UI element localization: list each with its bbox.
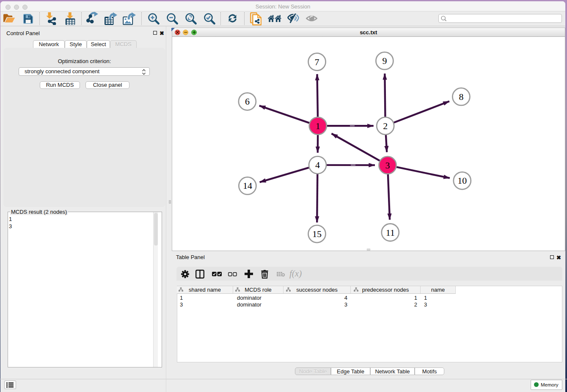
svg-text:3: 3 (385, 160, 390, 171)
svg-text:1: 1 (315, 121, 320, 131)
svg-text:7: 7 (314, 57, 319, 67)
svg-text:11: 11 (385, 227, 394, 238)
svg-text:9: 9 (382, 55, 387, 66)
svg-text:8: 8 (459, 91, 463, 102)
svg-text:6: 6 (245, 96, 249, 107)
svg-text:4: 4 (315, 160, 320, 170)
svg-text:2: 2 (383, 121, 388, 131)
svg-text:10: 10 (457, 175, 467, 186)
svg-text:14: 14 (242, 180, 252, 191)
svg-text:15: 15 (312, 229, 322, 239)
